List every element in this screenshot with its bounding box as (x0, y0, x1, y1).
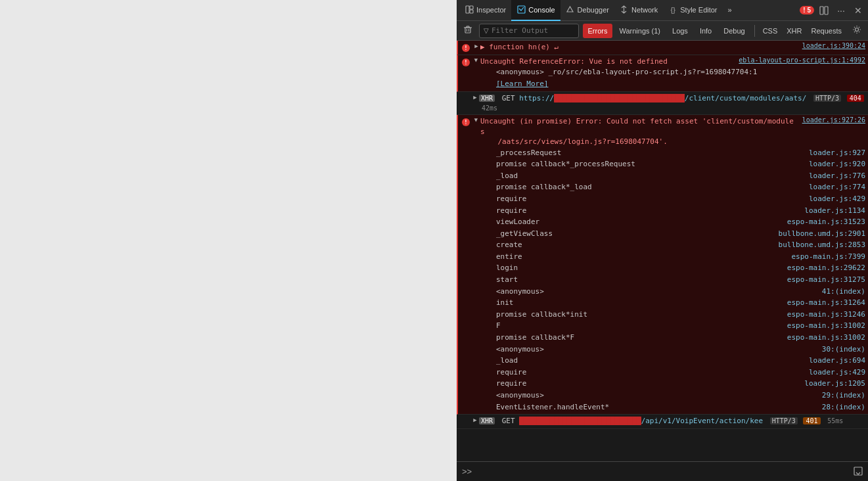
log-entry-4: ! ▶ Uncaught (in promise) Error: Could n… (457, 115, 868, 415)
entry-line-2: Uncaught ReferenceError: Vue is not defi… (480, 57, 865, 66)
sl-6: require loader.js:1134 (493, 205, 865, 217)
sl-15: promise callback*init espo-main.js:31246 (493, 309, 865, 321)
svg-rect-2 (470, 10, 473, 13)
warnings-filter-button[interactable]: Warnings (1) (614, 24, 666, 38)
expand-arrow-1[interactable]: ▶ (472, 42, 480, 50)
entry-link-2[interactable]: ebla-layout-pro-script.js:1:4992 (739, 57, 865, 64)
stack-anon: <anonymous> _ro/src/ebla-layout-pro-scri… (493, 66, 865, 78)
log-entry-3: ▶ XHR GET https://██████████████████████… (457, 92, 868, 116)
tab-debugger-label: Debugger (578, 6, 609, 14)
entry-text-5: XHR GET ████████████████████████████/api… (479, 416, 865, 426)
log-entry-5: ▶ XHR GET ████████████████████████████/a… (457, 415, 868, 429)
entry-line-4: Uncaught (in promise) Error: Could not f… (480, 116, 865, 147)
expand-arrow-2[interactable]: ▶ (472, 57, 480, 64)
tab-inspector[interactable]: Inspector (459, 0, 511, 21)
requests-view-button[interactable]: Requests (808, 24, 846, 38)
tab-console[interactable]: Console (511, 0, 560, 21)
xhr-view-button[interactable]: XHR (783, 24, 806, 38)
svg-rect-7 (825, 7, 828, 14)
svg-rect-0 (466, 6, 469, 13)
more-options-button[interactable]: ··· (834, 3, 848, 18)
entry-content-2: Uncaught ReferenceError: Vue is not defi… (480, 57, 865, 90)
css-view-button[interactable]: CSS (759, 24, 782, 38)
network-icon (620, 5, 629, 14)
filter-output-input[interactable] (491, 26, 574, 35)
logs-filter-button[interactable]: Logs (667, 24, 693, 38)
toolbar-separator (754, 25, 755, 37)
inspector-icon (465, 5, 474, 14)
sl-16: F espo-main.js:31002 (493, 320, 865, 332)
left-panel (0, 0, 457, 481)
svg-rect-8 (465, 28, 470, 33)
svg-rect-6 (820, 7, 823, 14)
error-count-badge: ! 5 (800, 6, 814, 14)
sl-7: viewLoader espo-main.js:31523 (493, 216, 865, 228)
sl-19: _load loader.js:694 (493, 355, 865, 367)
tab-console-label: Console (528, 6, 555, 14)
view-buttons: CSS XHR Requests (759, 24, 846, 38)
console-settings-button[interactable] (850, 24, 864, 37)
debugger-icon (566, 5, 575, 14)
entry-line-5: XHR GET ████████████████████████████/api… (479, 416, 865, 426)
console-prompt: >> (462, 467, 472, 476)
filter-icon: ▽ (484, 27, 489, 34)
expand-console-button[interactable] (854, 467, 863, 477)
tab-inspector-label: Inspector (476, 6, 506, 14)
sl-23: EventListener.handleEvent* 28:(index) (493, 401, 865, 413)
tab-style-editor[interactable]: {} Style Editor (663, 0, 722, 21)
tab-network-label: Network (631, 6, 658, 14)
svg-point-15 (856, 28, 859, 32)
entry-text-4: Uncaught (in promise) Error: Could not f… (480, 116, 797, 147)
tab-bar: Inspector Console Deb (457, 0, 868, 21)
expand-arrow-4[interactable]: ▶ (472, 116, 480, 124)
tab-network[interactable]: Network (614, 0, 663, 21)
sl-21: require loader.js:1205 (493, 378, 865, 390)
tab-more[interactable]: » (723, 0, 737, 21)
console-toolbar: ▽ Errors Warnings (1) Logs Info Debug CS… (457, 21, 868, 41)
expand-arrow-5[interactable]: ▶ (471, 416, 479, 424)
entry-content-1: ▶ function hn(e) ↵ loader.js:390:24 (480, 42, 865, 52)
clear-console-button[interactable] (461, 24, 475, 37)
stack-learn-more: [Learn More] (493, 78, 865, 90)
style-editor-icon: {} (668, 5, 677, 14)
sl-18: <anonymous> 30:(index) (493, 344, 865, 355)
tab-debugger[interactable]: Debugger (560, 0, 614, 21)
xhr-badge-5: XHR (479, 417, 495, 424)
entry-link-1[interactable]: loader.js:390:24 (802, 42, 865, 49)
sl-22: <anonymous> 29:(index) (493, 390, 865, 401)
sl-1: _processRequest loader.js:927 (493, 147, 865, 159)
entry-text-1: ▶ function hn(e) ↵ (480, 42, 797, 52)
filter-input-wrap[interactable]: ▽ (479, 24, 579, 38)
info-filter-button[interactable]: Info (695, 24, 717, 38)
error-icon-2: ! (461, 57, 471, 68)
error-icon-4: ! (461, 117, 471, 127)
tab-bar-right: ! 5 ··· ✕ (800, 3, 865, 18)
entry-line-1: ▶ function hn(e) ↵ loader.js:390:24 (480, 42, 865, 52)
xhr-spacer-5 (459, 417, 470, 427)
tab-list: Inspector Console Deb (459, 0, 800, 21)
sl-8: _getViewClass bullbone.umd.js:2901 (493, 228, 865, 240)
close-button[interactable]: ✕ (851, 3, 865, 18)
split-view-button[interactable] (817, 3, 831, 18)
entry-content-3: XHR GET https://████████████████████████… (479, 93, 865, 114)
console-icon (516, 5, 526, 14)
errors-filter-button[interactable]: Errors (583, 24, 613, 38)
filter-buttons: Errors Warnings (1) Logs Info Debug (583, 24, 750, 38)
xhr-spacer-3 (459, 94, 470, 104)
console-output: ! ▶ ▶ function hn(e) ↵ loader.js:390:24 … (457, 41, 868, 461)
devtools-panel: Inspector Console Deb (457, 0, 868, 481)
sl-12: start espo-main.js:31275 (493, 274, 865, 286)
entry-link-4[interactable]: loader.js:927:26 (802, 116, 865, 124)
error-icon-1: ! (461, 43, 471, 53)
entry-text-3: XHR GET https://████████████████████████… (479, 93, 865, 114)
debug-filter-button[interactable]: Debug (718, 24, 750, 38)
expand-arrow-3[interactable]: ▶ (471, 93, 479, 101)
sl-10: entire espo-main.js:7399 (493, 251, 865, 263)
sl-20: require loader.js:429 (493, 367, 865, 378)
stack-container-4: _processRequest loader.js:927 promise ca… (493, 147, 865, 413)
sl-3: _load loader.js:776 (493, 170, 865, 182)
stack-container-2: <anonymous> _ro/src/ebla-layout-pro-scri… (493, 66, 865, 89)
console-input-field[interactable] (476, 467, 854, 476)
svg-marker-4 (567, 7, 573, 12)
sl-13: <anonymous> 41:(index) (493, 286, 865, 298)
